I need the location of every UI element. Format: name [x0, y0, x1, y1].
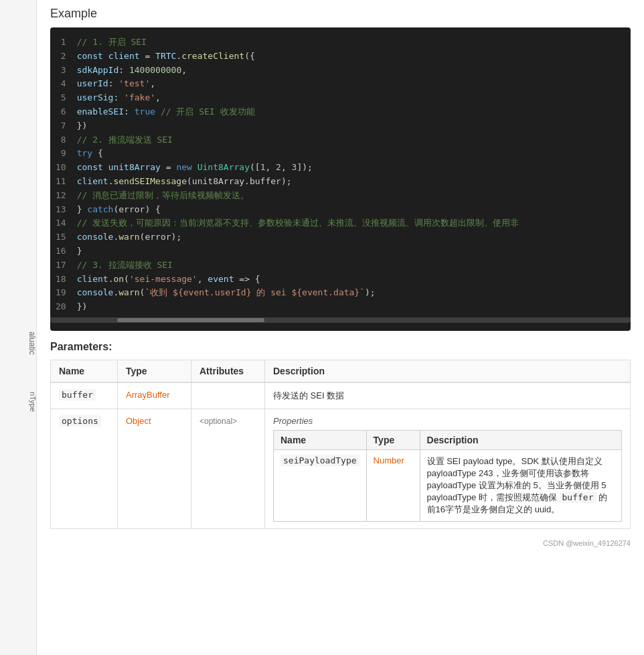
line-number: 6 [50, 105, 72, 119]
line-number: 17 [50, 259, 72, 273]
line-number: 16 [50, 244, 72, 259]
line-number: 1 [50, 35, 72, 50]
line-number: 19 [50, 286, 72, 300]
line-content: } [72, 244, 631, 259]
nested-param-name: seiPayloadType [280, 455, 359, 466]
optional-tag: <optional> [199, 417, 237, 426]
sidebar-strip: aluatic nType [0, 0, 37, 655]
code-line: 18client.on('sei-message', event => { [50, 273, 631, 287]
code-line: 2const client = TRTC.createClient({ [50, 50, 631, 64]
code-line: 16} [50, 244, 631, 259]
line-content: const client = TRTC.createClient({ [72, 50, 631, 64]
code-line: 11 client.sendSEIMessage(unit8Array.buff… [50, 175, 631, 189]
line-content: try { [72, 147, 631, 161]
line-content: enableSEI: true // 开启 SEI 收发功能 [72, 105, 631, 119]
line-number: 15 [50, 230, 72, 244]
param-name: options [59, 415, 101, 427]
params-title: Parameters: [50, 341, 631, 353]
line-number: 12 [50, 189, 72, 203]
code-line: 1// 1. 开启 SEI [50, 35, 631, 50]
line-content: userId: 'test', [72, 77, 631, 91]
code-line: 17// 3. 拉流端接收 SEI [50, 259, 631, 273]
code-line: 20}) [50, 300, 631, 314]
line-number: 18 [50, 273, 72, 287]
line-number: 14 [50, 216, 72, 230]
param-name: buffer [59, 389, 96, 401]
line-content: sdkAppId: 1400000000, [72, 64, 631, 78]
code-line: 4 userId: 'test', [50, 77, 631, 91]
line-content: // 3. 拉流端接收 SEI [72, 259, 631, 273]
code-line: 15 console.warn(error); [50, 230, 631, 244]
type-link[interactable]: Object [126, 416, 151, 426]
line-number: 13 [50, 203, 72, 217]
page-container: aluatic nType Example 1// 1. 开启 SEI2cons… [0, 0, 644, 655]
line-number: 3 [50, 64, 72, 78]
col-header-type: Type [118, 360, 191, 382]
code-table: 1// 1. 开启 SEI2const client = TRTC.create… [50, 35, 631, 314]
type-link[interactable]: ArrayBuffer [126, 390, 170, 400]
table-row: optionsObject<optional>PropertiesNameTyp… [51, 409, 631, 528]
nested-col-name: Name [274, 430, 367, 449]
properties-label: Properties [273, 416, 622, 426]
nested-type-link[interactable]: Number [374, 455, 404, 465]
inline-code: buffer [560, 492, 596, 503]
code-line: 10 const unit8Array = new Uint8Array([1,… [50, 161, 631, 175]
nested-col-type: Type [366, 430, 420, 449]
nested-table: NameTypeDescriptionseiPayloadTypeNumber设… [273, 430, 622, 522]
nested-col-description: Description [420, 430, 621, 449]
line-content: } catch(error) { [72, 203, 631, 217]
code-block[interactable]: 1// 1. 开启 SEI2const client = TRTC.create… [50, 27, 631, 331]
line-content: // 发送失败，可能原因：当前浏览器不支持、参数校验未通过、未推流、没推视频流、… [72, 216, 631, 230]
nested-table-row: seiPayloadTypeNumber设置 SEI payload type。… [274, 449, 622, 521]
line-content: console.warn(error); [72, 230, 631, 244]
param-description: 待发送的 SEI 数据 [265, 382, 631, 409]
line-content: client.sendSEIMessage(unit8Array.buffer)… [72, 175, 631, 189]
code-line: 3 sdkAppId: 1400000000, [50, 64, 631, 78]
example-title: Example [50, 7, 631, 21]
nested-param-description: 设置 SEI payload type。SDK 默认使用自定义 payloadT… [420, 449, 621, 521]
line-number: 8 [50, 133, 72, 147]
footer-watermark: CSDN @weixin_49126274 [50, 536, 631, 551]
line-number: 4 [50, 77, 72, 91]
code-line: 9try { [50, 147, 631, 161]
col-header-name: Name [51, 360, 118, 382]
line-content: userSig: 'fake', [72, 91, 631, 105]
line-content: // 消息已通过限制，等待后续视频帧发送。 [72, 189, 631, 203]
main-content: Example 1// 1. 开启 SEI2const client = TRT… [37, 0, 644, 564]
code-line: 5 userSig: 'fake', [50, 91, 631, 105]
col-header-description: Description [265, 360, 631, 382]
code-line: 12 // 消息已通过限制，等待后续视频帧发送。 [50, 189, 631, 203]
line-content: // 2. 推流端发送 SEI [72, 133, 631, 147]
line-number: 11 [50, 175, 72, 189]
line-number: 9 [50, 147, 72, 161]
line-number: 2 [50, 50, 72, 64]
code-line: 14 // 发送失败，可能原因：当前浏览器不支持、参数校验未通过、未推流、没推视… [50, 216, 631, 230]
sidebar-label-2: nType [0, 388, 37, 415]
line-content: console.warn(`收到 ${event.userId} 的 sei $… [72, 286, 631, 300]
code-line: 7}) [50, 119, 631, 133]
code-line: 8// 2. 推流端发送 SEI [50, 133, 631, 147]
code-line: 19 console.warn(`收到 ${event.userId} 的 se… [50, 286, 631, 300]
code-line: 6 enableSEI: true // 开启 SEI 收发功能 [50, 105, 631, 119]
table-row: bufferArrayBuffer待发送的 SEI 数据 [51, 382, 631, 409]
line-number: 7 [50, 119, 72, 133]
line-content: client.on('sei-message', event => { [72, 273, 631, 287]
code-line: 13} catch(error) { [50, 203, 631, 217]
line-content: }) [72, 119, 631, 133]
col-header-attributes: Attributes [191, 360, 265, 382]
line-content: const unit8Array = new Uint8Array([1, 2,… [72, 161, 631, 175]
line-content: }) [72, 300, 631, 314]
line-number: 10 [50, 161, 72, 175]
sidebar-label-1: aluatic [0, 328, 37, 358]
code-scrollbar[interactable] [50, 317, 631, 323]
params-table: Name Type Attributes Description bufferA… [50, 360, 631, 529]
line-number: 20 [50, 300, 72, 314]
line-number: 5 [50, 91, 72, 105]
line-content: // 1. 开启 SEI [72, 35, 631, 50]
code-scrollbar-thumb[interactable] [117, 318, 264, 322]
